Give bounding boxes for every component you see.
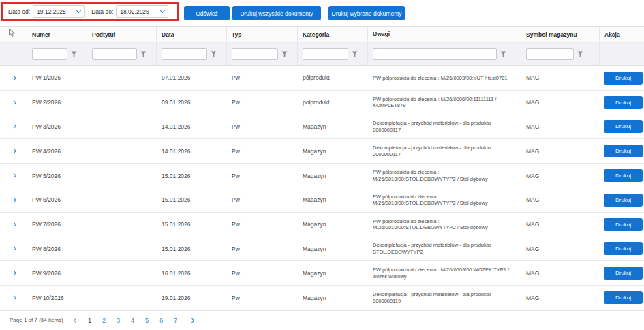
filter-input-kategoria[interactable] — [303, 48, 348, 60]
page-number-4[interactable]: 4 — [130, 317, 136, 324]
cell-uwagi: Dekompletacja - przychód materiałów - dl… — [368, 115, 521, 139]
page-number-7[interactable]: 7 — [173, 317, 179, 324]
filter-input-podtytul[interactable] — [92, 48, 137, 60]
header-symbol-magazynu[interactable]: Symbol magazynu — [521, 27, 600, 42]
page-number-3[interactable]: 3 — [116, 317, 121, 324]
date-from-select[interactable]: 19.12.2025 — [33, 5, 85, 18]
cell-kategoria: Magazyn — [298, 115, 368, 139]
filter-funnel-icon[interactable] — [211, 51, 217, 57]
page-number-6[interactable]: 6 — [159, 317, 164, 324]
expand-row-icon[interactable] — [11, 198, 16, 202]
header-numer[interactable]: Numer — [27, 27, 87, 42]
filter-funnel-icon[interactable] — [352, 51, 358, 57]
filter-input-data[interactable] — [162, 48, 207, 60]
refresh-button[interactable]: Odśwież — [184, 6, 230, 20]
cell-numer: PW 10/2026 — [27, 286, 87, 310]
cell-uwagi: PW półproduktu do zlecenia : M/26/0006/0… — [368, 91, 521, 115]
page-number-2[interactable]: 2 — [102, 317, 107, 324]
drukuj-button[interactable]: Drukuj — [604, 291, 643, 304]
expand-row-icon[interactable] — [11, 173, 16, 178]
header-typ[interactable]: Typ — [227, 27, 298, 42]
cell-symbol: MAG — [521, 115, 600, 139]
filter-funnel-icon[interactable] — [71, 51, 77, 57]
header-data[interactable]: Data — [157, 27, 227, 42]
drukuj-button[interactable]: Drukuj — [604, 267, 643, 280]
cell-data: 15.01.2026 — [157, 237, 227, 261]
header-podtytul[interactable]: Podtytuł — [87, 27, 157, 42]
filter-funnel-icon[interactable] — [281, 51, 288, 57]
cell-typ: Pw — [227, 66, 298, 90]
date-to-select[interactable]: 18.02.2026 — [116, 5, 168, 18]
expand-row-icon[interactable] — [11, 76, 16, 80]
filter-input-numer[interactable] — [32, 48, 67, 60]
filter-funnel-icon[interactable] — [140, 51, 147, 57]
drukuj-button[interactable]: Drukuj — [604, 242, 643, 255]
expand-row-icon[interactable] — [11, 124, 16, 129]
next-page-icon[interactable] — [188, 318, 194, 323]
print-selected-documents-button[interactable]: Drukuj wybrane dokumenty — [328, 6, 405, 20]
cell-podtytul — [87, 188, 157, 212]
cell-kategoria: Magazyn — [298, 139, 368, 163]
print-all-documents-button[interactable]: Drukuj wszystkie dokumenty — [232, 6, 321, 20]
cell-typ: Pw — [227, 261, 298, 285]
cell-data: 16.01.2026 — [157, 261, 227, 285]
cell-data: 09.01.2026 — [157, 91, 227, 115]
cell-data: 19.01.2026 — [157, 286, 227, 310]
cell-data: 07.01.2026 — [157, 66, 227, 90]
date-from-label: Data od: — [8, 8, 30, 15]
filter-funnel-icon[interactable] — [577, 51, 583, 57]
cell-numer: PW 7/2026 — [27, 213, 87, 237]
cell-kategoria: Magazyn — [298, 286, 368, 310]
cell-numer: PW 2/2026 — [27, 91, 87, 115]
drukuj-button[interactable]: Drukuj — [604, 218, 643, 231]
table-row: PW 9/2026 16.01.2026 Pw Magazyn PW półpr… — [0, 261, 644, 286]
cell-data: 14.01.2026 — [157, 115, 227, 139]
table-row: PW 10/2026 19.01.2026 Pw Magazyn Dekompl… — [0, 286, 644, 310]
pagination: Page 1 of 7 (64 items) 1 2 3 4 5 6 7 — [0, 310, 644, 330]
cell-uwagi: PW półproduktu do zlecenia : M/26/0010/0… — [368, 164, 521, 188]
cell-podtytul — [87, 66, 157, 90]
header-uwagi[interactable]: Uwagi — [368, 27, 521, 42]
expand-row-icon[interactable] — [11, 271, 16, 275]
expand-row-icon[interactable] — [11, 222, 16, 227]
filter-input-typ[interactable] — [232, 48, 278, 60]
previous-page-icon[interactable] — [73, 318, 78, 323]
table-row: PW 8/2026 15.01.2026 Pw Magazyn Dekomple… — [0, 237, 644, 262]
cell-data: 15.01.2026 — [157, 213, 227, 237]
drukuj-button[interactable]: Drukuj — [604, 145, 643, 158]
header-kategoria[interactable]: Kategoria — [298, 27, 368, 42]
drukuj-button[interactable]: Drukuj — [604, 72, 643, 85]
cell-symbol: MAG — [521, 66, 600, 90]
expand-row-icon[interactable] — [11, 100, 16, 105]
cell-data: 15.01.2026 — [157, 164, 227, 188]
mouse-cursor-icon — [8, 28, 16, 38]
filter-row — [0, 43, 644, 66]
filter-input-symbol[interactable] — [526, 48, 574, 60]
expand-row-icon[interactable] — [11, 246, 16, 251]
expand-row-icon[interactable] — [11, 295, 16, 300]
page-number-5[interactable]: 5 — [144, 317, 150, 324]
chevron-down-icon — [76, 8, 81, 13]
table-row: PW 7/2026 15.01.2026 Pw Magazyn PW półpr… — [0, 213, 644, 237]
cell-typ: Pw — [227, 188, 298, 212]
pagination-summary: Page 1 of 7 (64 items) — [10, 317, 63, 323]
date-from-value: 19.12.2025 — [37, 8, 66, 15]
filter-input-uwagi[interactable] — [373, 48, 497, 60]
cell-uwagi: PW półproduktu do zlecenia : M/26/0010/0… — [368, 213, 521, 237]
cell-symbol: MAG — [521, 139, 600, 163]
drukuj-button[interactable]: Drukuj — [604, 96, 643, 109]
drukuj-button[interactable]: Drukuj — [604, 120, 643, 133]
cell-symbol: MAG — [521, 188, 600, 212]
cell-podtytul — [87, 213, 157, 237]
chevron-down-icon — [160, 8, 165, 13]
drukuj-button[interactable]: Drukuj — [604, 194, 643, 207]
expand-row-icon[interactable] — [11, 149, 16, 153]
page-number-1[interactable]: 1 — [87, 317, 93, 324]
drukuj-button[interactable]: Drukuj — [604, 169, 643, 182]
cell-kategoria: Magazyn — [298, 237, 368, 261]
cell-kategoria: Magazyn — [298, 188, 368, 212]
header-akcja: Akcja — [600, 27, 644, 42]
cell-podtytul — [87, 139, 157, 163]
cell-numer: PW 4/2026 — [27, 139, 87, 163]
filter-funnel-icon[interactable] — [500, 51, 506, 57]
